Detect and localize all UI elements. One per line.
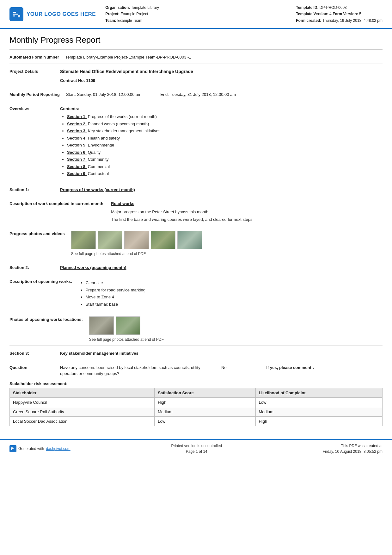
overview-label: Overview:	[9, 106, 60, 179]
section3-link: Section 3:	[67, 128, 87, 133]
section6-link: Section 6:	[67, 150, 87, 155]
footer-center: Printed version is uncontrolled Page 1 o…	[171, 443, 222, 454]
section8-text: Commercial	[87, 164, 110, 169]
section4-text: Health and safety	[87, 136, 120, 140]
progress-photos-row: Progress photos and videos See full page…	[9, 231, 383, 257]
section9-text: Contractual	[87, 171, 109, 176]
list-item: Section 2: Planned works (upcoming month…	[67, 121, 383, 127]
list-item: Move to Zone 4	[86, 294, 383, 300]
project-details-line1: Sitemate Head Office Redevelopment and I…	[60, 68, 383, 75]
photo-thumb-4	[151, 231, 175, 249]
period-dates: Start: Sunday, 01 July 2018, 12:00:00 am…	[66, 91, 383, 98]
project-details-line2: Contract No: 1109	[60, 78, 383, 84]
form-version-label: Form Version:	[333, 12, 358, 16]
section8-link: Section 8:	[67, 164, 87, 169]
complaint-likelihood: Medium	[255, 407, 382, 416]
stakeholder-name: Happyville Council	[10, 397, 155, 407]
form-created-value: Thursday, 19 July 2018, 4:48:02 pm	[322, 18, 383, 23]
automated-form-value: Template Library-Example Project-Example…	[65, 54, 383, 60]
svg-rect-5	[11, 448, 14, 449]
list-item: Clear site	[86, 280, 383, 286]
section4-link: Section 4:	[67, 136, 87, 140]
table-row: Happyville Council High Low	[10, 397, 383, 407]
header-col-left: Organisation: Template Library Project: …	[105, 4, 159, 24]
svg-rect-4	[11, 447, 13, 448]
list-item: Section 8: Commercial	[67, 164, 383, 170]
section1-text: Progress of the works (current month)	[87, 114, 157, 119]
section3-text: Key stakeholder management initiatives	[87, 128, 160, 133]
section3-heading-text: Key stakeholder management initiatives	[60, 351, 138, 356]
monthly-period-label: Monthly Period Reporting	[9, 91, 66, 98]
stakeholder-name: Green Square Rail Authority	[10, 407, 155, 416]
section2-row: Section 2: Planned works (upcoming month…	[9, 265, 383, 271]
list-item: Section 6: Quality	[67, 149, 383, 156]
progress-photos-label: Progress photos and videos	[9, 231, 71, 257]
logo-text: YOUR LOGO GOES HERE	[27, 11, 96, 17]
footer-center-line2: Page 1 of 14	[171, 449, 222, 454]
table-header-row: Stakeholder Satisfaction Score Likelihoo…	[10, 388, 383, 397]
logo-icon	[9, 7, 23, 21]
work-line1: Major progress on the Peter Street bypas…	[111, 209, 383, 215]
page-footer: Generated with dashpivot.com Printed ver…	[0, 439, 392, 458]
project-details-row: Project Details Sitemate Head Office Red…	[9, 68, 383, 84]
table-row: Local Soccer Dad Association Low High	[10, 416, 383, 426]
form-version-value: 5	[359, 12, 361, 16]
satisfaction-score: High	[155, 397, 255, 407]
page-header: YOUR LOGO GOES HERE Organisation: Templa…	[0, 0, 392, 29]
work-description-label: Description of work completed in current…	[9, 201, 111, 223]
stakeholder-name: Local Soccer Dad Association	[10, 416, 155, 426]
section3-heading: Key stakeholder management initiatives	[60, 350, 383, 357]
section2-heading: Planned works (upcoming month)	[60, 265, 383, 271]
project-value: Example Project	[120, 12, 148, 16]
org-label: Organisation:	[105, 5, 130, 10]
photo-thumb-1	[71, 231, 96, 249]
complaint-likelihood: Low	[255, 397, 382, 407]
upcoming-photos-caption: See full page photos attached at end of …	[89, 337, 383, 342]
question-row: Question Have any concerns been raised b…	[9, 365, 383, 377]
section2-label: Section 2:	[9, 265, 60, 271]
svg-rect-0	[13, 12, 16, 13]
svg-point-3	[18, 15, 20, 17]
list-item: Prepare for road service marking	[86, 287, 383, 293]
section1-heading-text: Progress of the works (current month)	[60, 187, 135, 192]
main-content: Monthly Progress Report Automated Form N…	[0, 29, 392, 429]
work-title: Road works	[111, 201, 383, 207]
page-title: Monthly Progress Report	[9, 35, 383, 45]
upcoming-photos-label: Photos of upcoming works locations:	[9, 316, 89, 342]
section5-text: Environmental	[87, 143, 114, 147]
project-label: Project:	[105, 12, 119, 16]
stakeholder-table-body: Happyville Council High Low Green Square…	[10, 397, 383, 426]
footer-logo-icon	[9, 445, 16, 452]
section3-row: Section 3: Key stakeholder management in…	[9, 350, 383, 357]
section7-text: Community	[87, 157, 108, 162]
question-content-row: Have any concerns been raised by local s…	[60, 365, 383, 377]
progress-photos-value: See full page photos attached at end of …	[71, 231, 383, 257]
svg-rect-2	[13, 16, 15, 16]
list-item: Section 3: Key stakeholder management in…	[67, 128, 383, 134]
footer-right-line2: Friday, 10 August 2018, 8:05:52 pm	[323, 449, 383, 454]
footer-left: Generated with dashpivot.com	[9, 445, 70, 452]
template-version-value: 4	[329, 12, 332, 16]
footer-right: This PDF was created at Friday, 10 Augus…	[323, 443, 383, 454]
photo-thumb-3	[124, 231, 149, 249]
svg-rect-6	[11, 449, 12, 450]
complaint-likelihood: High	[255, 416, 382, 426]
section1-row: Section 1: Progress of the works (curren…	[9, 187, 383, 193]
list-item: Section 1: Progress of the works (curren…	[67, 114, 383, 120]
automated-form-row: Automated Form Number Template Library-E…	[9, 54, 383, 60]
photo-thumb-2	[98, 231, 122, 249]
col-stakeholder: Stakeholder	[10, 388, 155, 397]
upcoming-photo-thumb-1	[89, 316, 114, 335]
header-meta: Organisation: Template Library Project: …	[96, 4, 383, 24]
list-item: Start tarmac base	[86, 301, 383, 308]
section1-link: Section 1:	[67, 114, 87, 119]
footer-link[interactable]: dashpivot.com	[46, 446, 70, 451]
period-end: End: Tuesday, 31 July 2018, 12:00:00 am	[160, 91, 236, 98]
automated-form-label: Automated Form Number	[9, 54, 65, 60]
stakeholder-section: Stakeholder risk assessment: Stakeholder…	[9, 381, 383, 426]
contents-label: Contents:	[60, 106, 383, 112]
team-label: Team:	[105, 18, 116, 23]
stakeholder-label: Stakeholder risk assessment:	[9, 381, 383, 386]
stakeholder-table: Stakeholder Satisfaction Score Likelihoo…	[9, 388, 383, 426]
work-line2: The first the base and wearing courses w…	[111, 216, 383, 223]
